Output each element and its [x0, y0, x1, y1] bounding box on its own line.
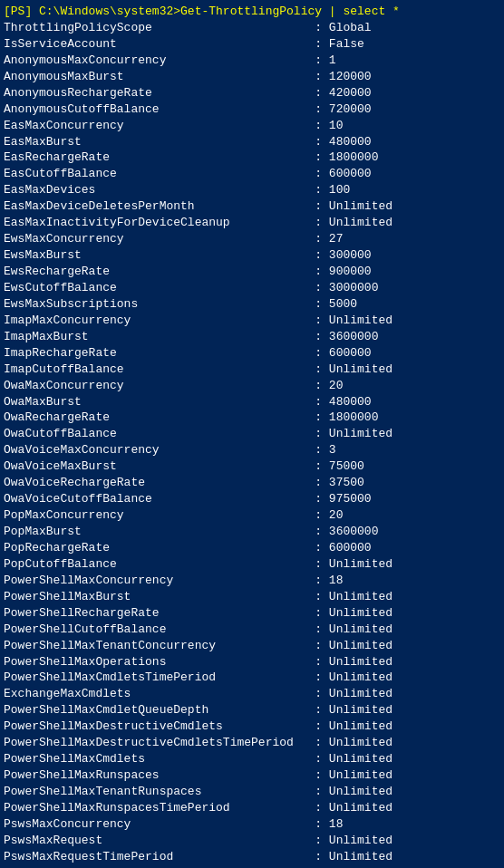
output-line: PowerShellMaxCmdletQueueDepth : Unlimite… [4, 702, 500, 719]
output-line: ImapMaxBurst : 3600000 [4, 329, 500, 345]
output-line: AnonymousMaxBurst : 120000 [4, 69, 500, 85]
output-line: PowerShellMaxCmdlets : Unlimited [4, 751, 500, 767]
output-line: OwaVoiceCutoffBalance : 975000 [4, 491, 500, 507]
output-line: PowerShellMaxCmdletsTimePeriod : Unlimit… [4, 670, 500, 686]
output-line: PopMaxBurst : 3600000 [4, 524, 500, 540]
output-container: ThrottlingPolicyScope : GlobalIsServiceA… [4, 20, 500, 868]
output-line: EasMaxDeviceDeletesPerMonth : Unlimited [4, 198, 500, 215]
output-line: ExchangeMaxCmdlets : Unlimited [4, 686, 500, 702]
output-line: IsServiceAccount : False [4, 36, 500, 53]
output-line: PowerShellMaxConcurrency : 18 [4, 573, 500, 589]
output-line: ThrottlingPolicyScope : Global [4, 20, 500, 36]
output-line: OwaVoiceRechargeRate : 37500 [4, 475, 500, 491]
output-line: PowerShellMaxTenantConcurrency : Unlimit… [4, 638, 500, 654]
output-line: PswsMaxConcurrency : 18 [4, 816, 500, 833]
output-line: PowerShellMaxRunspaces : Unlimited [4, 767, 500, 784]
output-line: EasMaxInactivityForDeviceCleanup : Unlim… [4, 215, 500, 231]
output-line: PowerShellMaxOperations : Unlimited [4, 654, 500, 670]
output-line: PswsMaxRequestTimePeriod : Unlimited [4, 849, 500, 865]
output-line: ImapRechargeRate : 600000 [4, 345, 500, 362]
output-line: EasMaxConcurrency : 10 [4, 118, 500, 134]
output-line: PowerShellMaxBurst : Unlimited [4, 589, 500, 605]
output-line: PopMaxConcurrency : 20 [4, 507, 500, 524]
output-line: EwsMaxBurst : 300000 [4, 247, 500, 264]
output-line: OwaVoiceMaxConcurrency : 3 [4, 442, 500, 458]
terminal: [PS] C:\Windows\system32>Get-ThrottlingP… [0, 0, 504, 868]
output-line: OwaMaxConcurrency : 20 [4, 378, 500, 394]
output-line: EwsRechargeRate : 900000 [4, 264, 500, 280]
output-line: PowerShellMaxTenantRunspaces : Unlimited [4, 784, 500, 800]
output-line: EasMaxBurst : 480000 [4, 134, 500, 150]
output-line: OwaVoiceMaxBurst : 75000 [4, 458, 500, 475]
output-line: PopCutoffBalance : Unlimited [4, 556, 500, 573]
output-line: AnonymousRechargeRate : 420000 [4, 85, 500, 101]
output-line: EasCutoffBalance : 600000 [4, 166, 500, 182]
output-line: PowerShellCutoffBalance : Unlimited [4, 622, 500, 638]
output-line: OwaMaxBurst : 480000 [4, 394, 500, 410]
output-line: AnonymousMaxConcurrency : 1 [4, 53, 500, 69]
output-line: ImapCutoffBalance : Unlimited [4, 362, 500, 378]
output-line: EasMaxDevices : 100 [4, 182, 500, 198]
output-line: PswsMaxRequest : Unlimited [4, 833, 500, 849]
output-line: EwsMaxConcurrency : 27 [4, 231, 500, 247]
output-line: EwsMaxSubscriptions : 5000 [4, 296, 500, 313]
prompt-line: [PS] C:\Windows\system32>Get-ThrottlingP… [4, 4, 500, 20]
output-line: PowerShellMaxRunspacesTimePeriod : Unlim… [4, 800, 500, 816]
output-line: PopRechargeRate : 600000 [4, 540, 500, 556]
output-line: ImapMaxConcurrency : Unlimited [4, 313, 500, 329]
output-line: PowerShellRechargeRate : Unlimited [4, 605, 500, 622]
output-line: OwaCutoffBalance : Unlimited [4, 426, 500, 442]
output-line: PowerShellMaxDestructiveCmdlets : Unlimi… [4, 719, 500, 735]
output-line: OwaRechargeRate : 1800000 [4, 410, 500, 426]
output-line: AnonymousCutoffBalance : 720000 [4, 101, 500, 118]
output-line: EasRechargeRate : 1800000 [4, 149, 500, 166]
output-line: EwsCutoffBalance : 3000000 [4, 280, 500, 296]
output-line: PowerShellMaxDestructiveCmdletsTimePerio… [4, 735, 500, 751]
